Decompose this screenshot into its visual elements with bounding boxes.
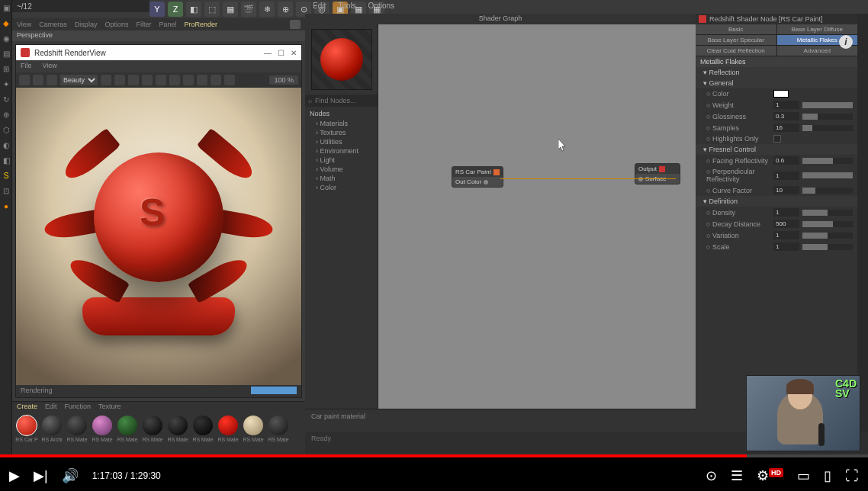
render-menu-item[interactable]: View — [43, 62, 57, 71]
slider[interactable] — [802, 188, 853, 194]
attr-tab[interactable]: Base Layer Specular — [696, 35, 776, 45]
shelf-icon[interactable]: ◧ — [186, 2, 201, 17]
tool-icon[interactable]: S — [0, 168, 12, 183]
render-button[interactable] — [19, 75, 30, 85]
shelf-icon[interactable]: ⊕ — [278, 2, 293, 17]
property-value[interactable]: 1 — [773, 242, 799, 251]
render-tool-icon[interactable] — [101, 75, 111, 85]
tree-item[interactable]: › Light — [310, 156, 373, 165]
layout-icon[interactable] — [290, 20, 301, 29]
render-tool-icon[interactable] — [114, 75, 125, 85]
stop-button[interactable] — [33, 75, 43, 85]
viewport-menu-item[interactable]: View — [17, 21, 31, 28]
material-swatch[interactable]: RS Archi — [40, 416, 63, 451]
menu-options[interactable]: Options — [368, 2, 394, 10]
shelf-icon[interactable]: ▦ — [223, 2, 238, 17]
tree-item[interactable]: › Environment — [310, 146, 373, 156]
find-nodes-input[interactable]: ⌕ Find Nodes... — [305, 95, 378, 107]
tool-icon[interactable]: ⬡ — [0, 122, 12, 137]
group-header[interactable]: ▾ Definition — [696, 196, 857, 207]
attr-tab[interactable]: Clear Coat Reflection — [696, 46, 776, 56]
tree-item[interactable]: › Utilities — [310, 137, 373, 146]
tool-icon[interactable]: ● — [0, 198, 12, 213]
property-value[interactable]: 0.3 — [773, 112, 799, 120]
slider[interactable] — [802, 244, 853, 250]
menu-edit[interactable]: Edit — [313, 2, 326, 10]
info-icon[interactable]: i — [839, 35, 853, 49]
render-tool-icon[interactable] — [169, 75, 180, 85]
miniplayer-button[interactable]: ▭ — [797, 467, 810, 484]
material-tab[interactable]: Edit — [45, 403, 57, 412]
tool-icon[interactable]: ⊞ — [0, 61, 12, 76]
tree-item[interactable]: › Volume — [310, 165, 373, 174]
slider[interactable] — [802, 172, 853, 178]
tool-icon[interactable]: ✦ — [0, 76, 12, 91]
tree-item[interactable]: › Math — [310, 174, 373, 183]
tool-icon[interactable]: ▤ — [0, 46, 12, 61]
tool-icon[interactable]: ▣ — [0, 0, 12, 15]
shelf-icon[interactable]: Z — [168, 2, 183, 17]
viewport-menu-item[interactable]: Panel — [159, 21, 176, 28]
group-header[interactable]: ▾ Reflection — [696, 67, 857, 78]
checkbox[interactable] — [773, 135, 781, 143]
material-swatch[interactable]: RS Mate — [91, 416, 114, 451]
material-swatch[interactable]: RS Mate — [166, 416, 189, 451]
slider[interactable] — [802, 233, 853, 239]
slider[interactable] — [802, 158, 853, 164]
shelf-icon[interactable]: ❄ — [259, 2, 275, 17]
next-button[interactable]: ▶| — [34, 467, 48, 484]
render-mode-select[interactable]: Beauty — [60, 75, 98, 85]
refresh-button[interactable] — [47, 75, 57, 85]
viewport-menu-item[interactable]: Filter — [136, 21, 151, 28]
property-value[interactable]: 10 — [773, 186, 799, 194]
viewport-menu-item[interactable]: Display — [75, 21, 98, 28]
shelf-icon[interactable]: Y — [149, 2, 165, 17]
material-swatch[interactable]: RS Mate — [217, 416, 240, 451]
group-header[interactable]: ▾ Fresnel Control — [696, 144, 857, 155]
shelf-icon[interactable]: 🎬 — [241, 2, 256, 17]
video-progress[interactable] — [0, 454, 868, 457]
material-swatch[interactable]: RS Mate — [116, 416, 139, 451]
render-tool-icon[interactable] — [156, 75, 166, 85]
property-value[interactable]: 16 — [773, 124, 799, 132]
settings-icon[interactable]: ⚙HD — [757, 467, 783, 484]
property-value[interactable]: 1 — [773, 208, 799, 217]
maximize-icon[interactable]: ☐ — [278, 49, 285, 57]
material-swatch[interactable]: RS Mate — [267, 416, 290, 451]
property-value[interactable]: 1 — [773, 231, 799, 239]
attr-tab[interactable]: Basic — [696, 24, 776, 34]
tool-icon[interactable]: ◆ — [0, 15, 12, 30]
material-tab[interactable]: Create — [17, 403, 37, 412]
render-tool-icon[interactable] — [211, 75, 221, 85]
fullscreen-button[interactable]: ⛶ — [845, 468, 859, 484]
minimize-icon[interactable]: — — [264, 49, 272, 57]
slider[interactable] — [802, 210, 853, 216]
slider[interactable] — [802, 125, 853, 131]
material-swatch[interactable]: RS Mate — [242, 416, 265, 451]
shader-canvas[interactable]: RS Car Paint Out Color Output Surface — [378, 24, 696, 409]
tool-icon[interactable]: ◉ — [0, 30, 12, 46]
render-tool-icon[interactable] — [142, 75, 153, 85]
viewport-menu-item[interactable]: ProRender — [184, 21, 217, 28]
node-output[interactable]: Output Surface — [635, 163, 680, 185]
slider[interactable] — [802, 114, 853, 120]
group-header[interactable]: ▾ General — [696, 78, 857, 88]
viewport-menu-item[interactable]: Cameras — [39, 21, 67, 28]
node-rs-car-paint[interactable]: RS Car Paint Out Color — [452, 166, 503, 188]
viewport-menu-item[interactable]: Options — [104, 21, 128, 28]
captions-button[interactable]: ☰ — [731, 467, 743, 484]
tree-item[interactable]: › Materials — [310, 119, 373, 128]
property-value[interactable]: 500 — [773, 220, 799, 228]
slider[interactable] — [802, 221, 853, 227]
render-tool-icon[interactable] — [197, 75, 207, 85]
render-tool-icon[interactable] — [183, 75, 194, 85]
tool-icon[interactable]: ⊡ — [0, 183, 12, 198]
material-tab[interactable]: Function — [65, 403, 92, 412]
zoom-value[interactable]: 100 % — [269, 75, 298, 85]
material-swatch[interactable]: RS Mate — [141, 416, 164, 451]
tree-item[interactable]: › Textures — [310, 128, 373, 137]
material-swatch[interactable]: RS Mate — [66, 416, 88, 451]
material-swatch[interactable]: RS Car P — [15, 416, 38, 451]
tool-icon[interactable]: ⊕ — [0, 107, 12, 122]
slider[interactable] — [802, 102, 853, 108]
